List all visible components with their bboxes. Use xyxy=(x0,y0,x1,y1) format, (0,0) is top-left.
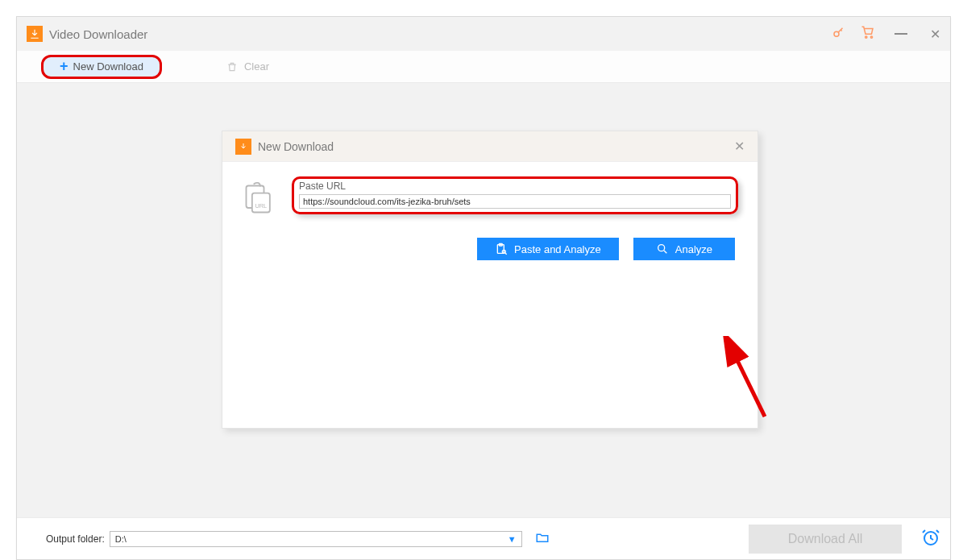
clear-button[interactable]: Clear xyxy=(226,60,269,73)
url-input[interactable] xyxy=(299,194,731,209)
new-download-dialog: New Download ✕ URL Paste URL xyxy=(222,131,758,429)
dialog-close-button[interactable]: ✕ xyxy=(734,139,745,154)
clear-label: Clear xyxy=(244,60,269,73)
url-icon: URL xyxy=(242,176,280,220)
paste-analyze-button[interactable]: Paste and Analyze xyxy=(477,238,619,260)
title-bar: Video Downloader ✕ xyxy=(17,17,950,51)
trash-icon xyxy=(226,60,238,73)
dialog-title: New Download xyxy=(258,140,734,153)
svg-point-2 xyxy=(870,36,872,38)
plus-icon: + xyxy=(60,58,68,75)
dialog-app-icon xyxy=(235,139,251,155)
app-title: Video Downloader xyxy=(49,27,832,41)
dialog-body: URL Paste URL Paste and Analyze xyxy=(222,162,758,275)
cart-icon[interactable] xyxy=(861,25,875,43)
svg-point-9 xyxy=(658,245,664,251)
paste-analyze-label: Paste and Analyze xyxy=(514,243,601,255)
app-window: Video Downloader ✕ + New Download Clear xyxy=(16,16,951,560)
output-folder-select[interactable]: D:\ ▼ xyxy=(110,531,522,547)
dialog-button-row: Paste and Analyze Analyze xyxy=(242,238,738,260)
svg-point-1 xyxy=(865,36,867,38)
url-row: URL Paste URL xyxy=(242,176,738,220)
analyze-label: Analyze xyxy=(675,243,712,255)
search-icon xyxy=(656,243,669,255)
url-label: Paste URL xyxy=(299,180,731,192)
app-icon xyxy=(27,26,43,42)
output-folder-value: D:\ xyxy=(115,534,127,544)
download-all-label: Download All xyxy=(788,532,863,546)
folder-icon xyxy=(533,530,551,545)
scheduler-button[interactable] xyxy=(921,528,940,550)
url-field-group: Paste URL xyxy=(292,176,738,214)
new-download-tab[interactable]: + New Download xyxy=(41,55,162,79)
tab-row: + New Download Clear xyxy=(17,51,950,83)
minimize-button[interactable] xyxy=(895,33,907,35)
download-all-button[interactable]: Download All xyxy=(749,525,902,554)
output-folder-label: Output folder: xyxy=(46,533,105,545)
alarm-clock-icon xyxy=(921,528,940,547)
main-area: New Download ✕ URL Paste URL xyxy=(22,86,945,517)
svg-text:URL: URL xyxy=(255,202,267,209)
analyze-button[interactable]: Analyze xyxy=(633,238,735,260)
open-folder-button[interactable] xyxy=(533,530,551,548)
window-controls: ✕ xyxy=(895,27,940,42)
svg-point-0 xyxy=(834,31,839,36)
title-bar-actions xyxy=(832,25,875,43)
clipboard-search-icon xyxy=(495,243,508,255)
bottom-bar: Output folder: D:\ ▼ Download All xyxy=(17,517,950,559)
key-icon[interactable] xyxy=(832,25,846,43)
close-button[interactable]: ✕ xyxy=(930,27,940,42)
new-download-label: New Download xyxy=(73,60,143,73)
dialog-header: New Download ✕ xyxy=(222,131,758,162)
chevron-down-icon: ▼ xyxy=(508,534,517,544)
